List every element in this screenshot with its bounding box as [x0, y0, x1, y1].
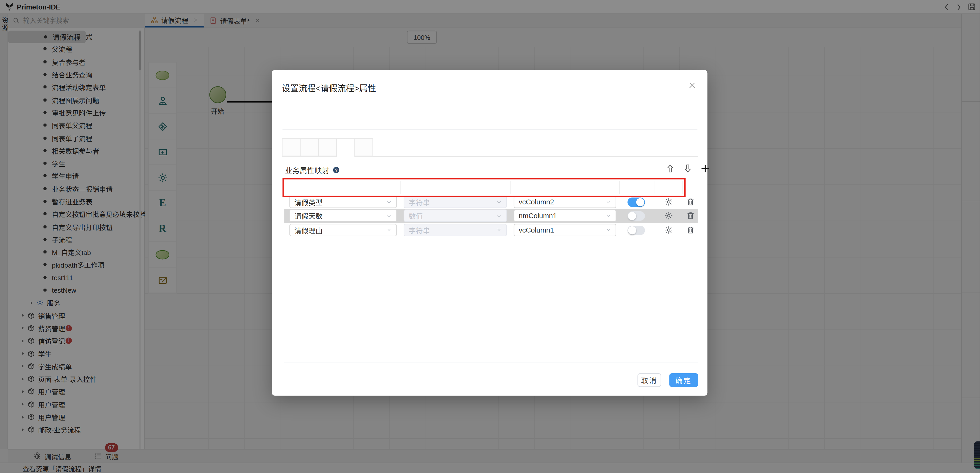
- tab-divider: [283, 129, 698, 130]
- add-row-icon[interactable]: [700, 164, 710, 173]
- column-field-value: vcColumn1: [519, 226, 554, 234]
- application-window: Primeton-IDE 资源 输入关键字搜索 分支聚合模式: [0, 0, 980, 473]
- query-condition-toggle[interactable]: [627, 212, 645, 221]
- dialog-subtab[interactable]: [282, 138, 301, 156]
- chevron-down-icon: [496, 227, 502, 233]
- property-mapping-table: 请假类型 字符串 vcColumn2: [285, 180, 698, 363]
- chevron-down-icon: [386, 199, 392, 205]
- table-body: 请假类型 字符串 vcColumn2: [285, 195, 698, 237]
- field-type-value: 字符串: [409, 197, 430, 207]
- query-condition-toggle[interactable]: [627, 197, 645, 207]
- query-condition-toggle[interactable]: [627, 226, 645, 235]
- section-title: 业务属性映射: [285, 164, 329, 175]
- dialog-subtab[interactable]: [355, 138, 373, 156]
- field-type-value: 字符串: [409, 225, 430, 235]
- row-settings-icon[interactable]: [664, 226, 673, 234]
- table-actions: [666, 164, 710, 173]
- dialog-subtab[interactable]: [300, 138, 319, 156]
- section-header: 业务属性映射: [285, 164, 340, 175]
- confirm-button[interactable]: 确定: [669, 373, 698, 387]
- table-row: 请假天数 数值 nmColumn1: [285, 209, 698, 223]
- column-field-select[interactable]: vcColumn2: [514, 196, 616, 208]
- field-type-select: 数值: [404, 210, 507, 222]
- row-delete-icon[interactable]: [686, 212, 695, 220]
- dialog-subtab[interactable]: [336, 138, 355, 157]
- field-type-select: 字符串: [404, 196, 507, 208]
- chevron-down-icon: [496, 199, 502, 205]
- chevron-down-icon: [386, 227, 392, 233]
- flow-properties-dialog: 设置流程<请假流程>属性 业务属性映射: [272, 70, 707, 396]
- field-name-value: 请假理由: [294, 225, 323, 235]
- dialog-title: 设置流程<请假流程>属性: [282, 81, 376, 94]
- chevron-down-icon: [606, 213, 611, 219]
- chevron-down-icon: [496, 213, 502, 219]
- row-settings-icon[interactable]: [664, 212, 673, 220]
- dialog-close-icon[interactable]: [688, 81, 696, 89]
- help-icon[interactable]: [332, 166, 340, 174]
- chevron-down-icon: [386, 213, 392, 219]
- chevron-down-icon: [606, 199, 611, 205]
- field-type-select: 字符串: [404, 224, 507, 236]
- field-name-value: 请假类型: [294, 197, 323, 207]
- column-field-select[interactable]: nmColumn1: [514, 210, 616, 222]
- row-settings-icon[interactable]: [664, 197, 673, 206]
- column-field-select[interactable]: vcColumn1: [514, 224, 616, 236]
- row-delete-icon[interactable]: [686, 197, 695, 206]
- field-name-select[interactable]: 请假天数: [289, 210, 397, 222]
- field-type-value: 数值: [409, 211, 423, 221]
- annotation-highlight-box: [283, 178, 686, 197]
- move-down-icon[interactable]: [683, 164, 692, 173]
- row-delete-icon[interactable]: [686, 226, 695, 234]
- field-name-select[interactable]: 请假类型: [289, 196, 397, 208]
- move-up-icon[interactable]: [666, 164, 675, 173]
- column-field-value: vcColumn2: [519, 198, 554, 205]
- column-field-value: nmColumn1: [519, 212, 557, 220]
- cancel-button[interactable]: 取消: [638, 373, 661, 387]
- table-row: 请假理由 字符串 vcColumn1: [285, 223, 698, 237]
- dialog-subtab-bar: [282, 138, 372, 157]
- field-name-value: 请假天数: [294, 211, 323, 221]
- chevron-down-icon: [606, 227, 611, 233]
- field-name-select[interactable]: 请假理由: [289, 224, 397, 236]
- table-row: 请假类型 字符串 vcColumn2: [285, 195, 698, 209]
- dialog-subtab[interactable]: [318, 138, 337, 156]
